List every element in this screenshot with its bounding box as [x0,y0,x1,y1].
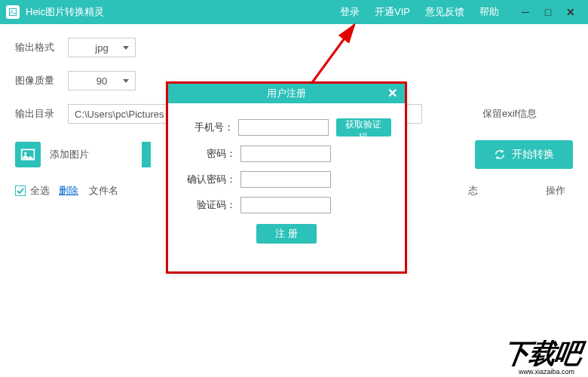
watermark-text: 下载吧 [501,336,583,372]
delete-link[interactable]: 删除 [59,184,78,198]
refresh-icon [494,149,506,161]
output-dir-value: C:\Users\pc\Pictures [75,109,164,120]
code-label: 验证码： [182,198,236,212]
svg-point-3 [24,152,26,155]
modal-title: 用户注册 [267,87,306,100]
maximize-button[interactable]: □ [537,0,559,24]
output-format-select[interactable]: jpg [68,38,136,57]
password-input[interactable] [240,146,331,162]
get-code-button[interactable]: 获取验证码 [336,118,391,136]
image-quality-value: 90 [96,75,107,87]
output-format-row: 输出格式 jpg [15,38,573,57]
check-icon [17,187,24,195]
register-button[interactable]: 注 册 [256,224,317,244]
start-convert-label: 开始转换 [512,148,554,161]
modal-highlight-border: 用户注册 ✕ 手机号： 获取验证码 密码： 确认密码： 验证码： 注 册 [166,81,407,274]
add-image-label: 添加图片 [50,148,89,161]
output-format-label: 输出格式 [15,41,68,54]
filename-column: 文件名 [89,184,118,198]
confirm-password-row: 确认密码： [182,171,391,188]
modal-header: 用户注册 ✕ [168,84,405,103]
add-image-button[interactable]: 添加图片 [15,142,89,167]
confirm-password-label: 确认密码： [182,173,236,186]
modal-close-button[interactable]: ✕ [385,86,399,100]
image-quality-select[interactable]: 90 [68,71,136,90]
vip-link[interactable]: 开通VIP [367,5,418,19]
output-dir-label: 输出目录 [15,107,68,121]
image-quality-label: 图像质量 [15,74,68,87]
phone-row: 手机号： 获取验证码 [182,118,391,136]
code-input[interactable] [240,197,331,213]
select-all-checkbox[interactable] [15,185,26,196]
app-logo-icon [6,5,20,19]
select-all-label: 全选 [30,184,50,198]
code-row: 验证码： [182,197,391,213]
window-controls: ─ □ ✕ [514,0,582,24]
output-format-value: jpg [95,42,108,54]
feedback-link[interactable]: 意见反馈 [418,5,472,19]
app-title: Heic图片转换精灵 [26,5,104,19]
hidden-button-edge [142,142,151,167]
status-column: 态 [468,184,478,198]
register-modal: 用户注册 ✕ 手机号： 获取验证码 密码： 确认密码： 验证码： 注 册 [168,84,405,271]
svg-rect-0 [10,9,17,16]
image-icon [15,142,41,167]
keep-exif-label: 保留exif信息 [482,107,537,121]
modal-body: 手机号： 获取验证码 密码： 确认密码： 验证码： 注 册 [168,103,405,251]
help-link[interactable]: 帮助 [472,5,507,19]
phone-input[interactable] [238,119,329,136]
close-button[interactable]: ✕ [559,0,582,24]
password-row: 密码： [182,146,391,162]
login-link[interactable]: 登录 [332,5,367,19]
watermark-url: www.xiazaiba.com [519,368,574,375]
operation-column: 操作 [546,184,565,198]
confirm-password-input[interactable] [240,171,331,188]
minimize-button[interactable]: ─ [514,0,537,24]
password-label: 密码： [182,147,236,161]
svg-point-1 [11,11,13,12]
phone-label: 手机号： [182,121,234,134]
start-convert-button[interactable]: 开始转换 [475,140,573,169]
titlebar: Heic图片转换精灵 登录 开通VIP 意见反馈 帮助 ─ □ ✕ [0,0,588,24]
